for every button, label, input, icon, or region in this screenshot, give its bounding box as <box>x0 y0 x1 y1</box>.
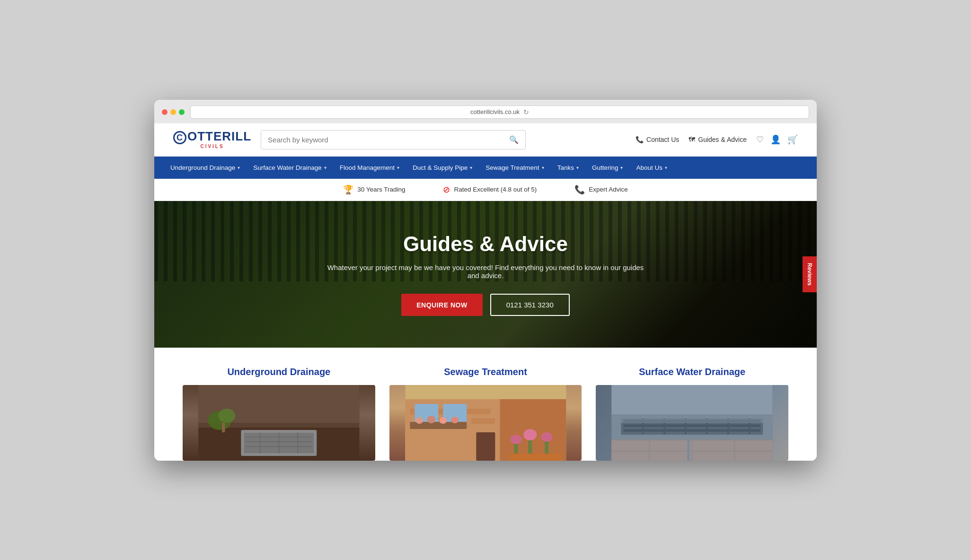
close-button[interactable] <box>162 109 168 115</box>
card-surface-water-drainage: Surface Water Drainage <box>596 367 788 461</box>
chevron-down-icon: ▾ <box>238 165 240 170</box>
nav-link-sewage-treatment[interactable]: Sewage Treatment ▾ <box>479 157 550 179</box>
surface-water-image <box>596 385 788 461</box>
svg-point-28 <box>523 429 537 440</box>
svg-rect-31 <box>509 454 561 461</box>
trust-advice-text: Expert Advice <box>589 186 628 193</box>
chevron-down-icon: ▾ <box>620 165 623 170</box>
underground-drainage-image <box>183 385 375 461</box>
wishlist-button[interactable]: ♡ <box>756 134 764 145</box>
nav-list: Underground Drainage ▾ Surface Water Dra… <box>164 157 807 179</box>
map-icon: 🗺 <box>689 136 695 143</box>
nav-item-duct-supply-pipe: Duct & Supply Pipe ▾ <box>406 157 479 179</box>
page: COTTERILL CIVILS 🔍 📞 Contact Us 🗺 Guides… <box>154 123 817 461</box>
trust-item-advice: 📞 Expert Advice <box>574 184 628 195</box>
reviews-side-tab[interactable]: Reviews <box>803 256 817 292</box>
card-title-surface: Surface Water Drainage <box>639 367 745 377</box>
nav-item-flood-management: Flood Management ▾ <box>333 157 406 179</box>
sewage-treatment-image <box>389 385 582 461</box>
hero-section: Guides & Advice Whatever your project ma… <box>154 201 817 348</box>
guides-advice-link[interactable]: 🗺 Guides & Advice <box>689 136 747 143</box>
minimize-button[interactable] <box>170 109 176 115</box>
fullscreen-button[interactable] <box>179 109 185 115</box>
svg-point-12 <box>218 409 235 423</box>
nav-link-duct-supply-pipe[interactable]: Duct & Supply Pipe ▾ <box>406 157 479 179</box>
cart-button[interactable]: 🛒 <box>787 134 798 145</box>
search-input[interactable] <box>261 131 503 149</box>
chevron-down-icon: ▾ <box>665 165 667 170</box>
trust-item-rating: ⊘ Rated Excellent (4.8 out of 5) <box>443 184 537 195</box>
svg-point-26 <box>510 435 521 444</box>
svg-rect-29 <box>545 439 548 456</box>
card-title-underground: Underground Drainage <box>227 367 330 377</box>
browser-window: cotterillcivils.co.uk ↻ COTTERILL CIVILS… <box>154 100 817 461</box>
svg-point-36 <box>451 417 459 423</box>
search-bar: 🔍 <box>261 130 526 149</box>
nav-item-underground-drainage: Underground Drainage ▾ <box>164 157 247 179</box>
address-bar[interactable]: cotterillcivils.co.uk ↻ <box>190 105 809 119</box>
svg-point-34 <box>427 416 435 423</box>
logo-sub: CIVILS <box>173 144 251 149</box>
contact-us-link[interactable]: 📞 Contact Us <box>636 136 679 143</box>
logo-c: C <box>173 131 186 144</box>
trust-item-years: 🏆 30 Years Trading <box>343 184 405 195</box>
card-image-sewage[interactable] <box>389 385 582 461</box>
main-nav: Underground Drainage ▾ Surface Water Dra… <box>154 157 817 179</box>
svg-point-33 <box>415 417 423 424</box>
logo[interactable]: COTTERILL CIVILS <box>173 130 251 149</box>
enquire-now-button[interactable]: Enquire Now <box>401 294 482 316</box>
cards-grid: Underground Drainage <box>183 367 788 461</box>
svg-rect-41 <box>624 424 761 427</box>
svg-point-30 <box>541 432 552 442</box>
trust-years-text: 30 Years Trading <box>357 186 405 193</box>
trust-bar: 🏆 30 Years Trading ⊘ Rated Excellent (4.… <box>154 179 817 201</box>
nav-item-sewage-treatment: Sewage Treatment ▾ <box>479 157 550 179</box>
nav-item-guttering: Guttering ▾ <box>585 157 630 179</box>
nav-item-about-us: About Us ▾ <box>629 157 674 179</box>
cards-section: Underground Drainage <box>154 348 817 461</box>
nav-link-underground-drainage[interactable]: Underground Drainage ▾ <box>164 157 247 179</box>
phone-expert-icon: 📞 <box>574 184 585 195</box>
phone-number-button[interactable]: 0121 351 3230 <box>490 294 570 316</box>
svg-rect-24 <box>476 432 495 461</box>
traffic-lights <box>162 109 185 115</box>
url-text: cotterillcivils.co.uk <box>470 108 520 115</box>
svg-rect-50 <box>690 439 773 461</box>
nav-link-guttering[interactable]: Guttering ▾ <box>585 157 630 179</box>
account-button[interactable]: 👤 <box>770 134 781 145</box>
card-title-sewage: Sewage Treatment <box>444 367 527 377</box>
card-image-underground[interactable] <box>183 385 375 461</box>
trust-rating-text: Rated Excellent (4.8 out of 5) <box>454 186 537 193</box>
underground-svg <box>183 385 375 461</box>
nav-link-about-us[interactable]: About Us ▾ <box>629 157 674 179</box>
surface-svg <box>596 385 788 461</box>
header-icons: ♡ 👤 🛒 <box>756 134 798 145</box>
search-button[interactable]: 🔍 <box>503 131 525 149</box>
card-sewage-treatment: Sewage Treatment <box>389 367 582 461</box>
card-image-surface[interactable] <box>596 385 788 461</box>
chevron-down-icon: ▾ <box>576 165 579 170</box>
svg-rect-57 <box>612 385 773 414</box>
hero-title: Guides & Advice <box>325 232 646 256</box>
hero-content: Guides & Advice Whatever your project ma… <box>315 232 656 316</box>
browser-chrome: cotterillcivils.co.uk ↻ <box>154 100 817 123</box>
chevron-down-icon: ▾ <box>542 165 544 170</box>
nav-link-tanks[interactable]: Tanks ▾ <box>551 157 585 179</box>
hero-subtitle: Whatever your project may be we have you… <box>325 263 646 280</box>
svg-rect-56 <box>621 418 763 423</box>
trophy-icon: 🏆 <box>343 184 353 195</box>
hero-buttons: Enquire Now 0121 351 3230 <box>325 294 646 316</box>
nav-item-surface-water-drainage: Surface Water Drainage ▾ <box>247 157 333 179</box>
phone-icon: 📞 <box>636 136 644 143</box>
header-right: 📞 Contact Us 🗺 Guides & Advice ♡ 👤 🛒 <box>636 134 798 145</box>
chevron-down-icon: ▾ <box>397 165 399 170</box>
nav-link-surface-water-drainage[interactable]: Surface Water Drainage ▾ <box>247 157 333 179</box>
svg-point-35 <box>439 417 447 424</box>
chevron-down-icon: ▾ <box>470 165 472 170</box>
sewage-svg <box>389 385 582 461</box>
reload-icon[interactable]: ↻ <box>523 108 529 116</box>
rating-icon: ⊘ <box>443 184 450 195</box>
header: COTTERILL CIVILS 🔍 📞 Contact Us 🗺 Guides… <box>154 123 817 157</box>
svg-rect-21 <box>471 418 495 424</box>
nav-link-flood-management[interactable]: Flood Management ▾ <box>333 157 406 179</box>
